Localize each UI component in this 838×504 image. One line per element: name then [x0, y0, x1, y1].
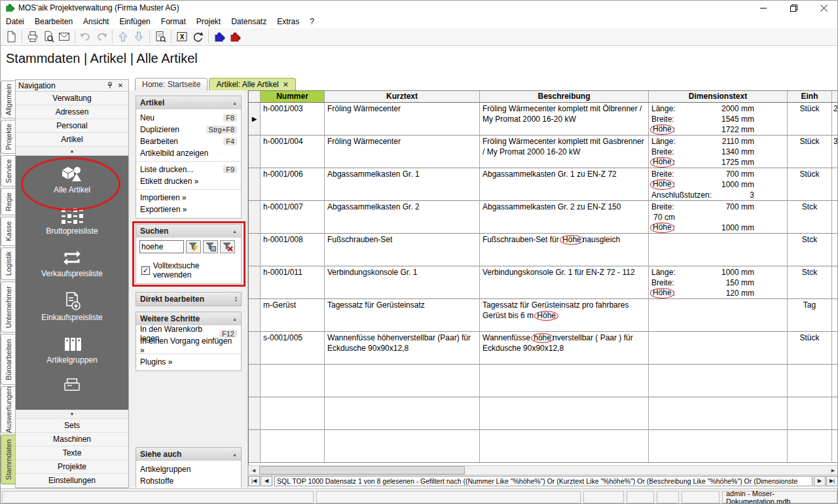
- filter-form-button[interactable]: [203, 240, 218, 253]
- menu-item-bearbeiten[interactable]: Bearbeiten: [29, 16, 78, 27]
- menu-item-extras[interactable]: Extras: [272, 16, 304, 27]
- command-plugins[interactable]: Plugins »: [136, 356, 241, 368]
- column-header-nummer[interactable]: Nummer: [261, 91, 325, 103]
- search-input[interactable]: [139, 240, 184, 253]
- collapse-icon[interactable]: ▲: [232, 101, 237, 105]
- link-artikelgruppen[interactable]: Artikelgruppen: [136, 463, 241, 475]
- refresh-icon[interactable]: [190, 29, 206, 44]
- column-header-dimensionstext[interactable]: Dimensionstext: [649, 91, 788, 103]
- minimize-button[interactable]: [748, 1, 778, 15]
- collapse-icon[interactable]: ▲: [232, 317, 237, 321]
- artikel-card-header[interactable]: Artikel ▲: [136, 96, 241, 109]
- nav-button-einstellungen[interactable]: Einstellungen: [16, 474, 128, 488]
- scroll-left-icon[interactable]: ◀: [249, 466, 259, 475]
- pin-icon[interactable]: [105, 81, 115, 90]
- row-selector[interactable]: [249, 168, 261, 201]
- row-selector[interactable]: [249, 135, 261, 168]
- nav-scroll-up[interactable]: ▲: [16, 147, 128, 156]
- close-button[interactable]: [809, 1, 838, 15]
- link-rohstoffe[interactable]: Rohstoffe: [136, 475, 241, 487]
- collapse-icon[interactable]: ▲: [232, 229, 237, 234]
- table-row[interactable]: h-0001/011Verbindungskonsole Gr. 1Verbin…: [249, 266, 838, 299]
- nav-item-bruttopreisliste[interactable]: Bruttopreisliste: [46, 207, 98, 236]
- scrollbar-thumb[interactable]: [259, 466, 465, 475]
- menu-item-?[interactable]: ?: [304, 16, 319, 27]
- menu-item-einfgen[interactable]: Einfügen: [114, 16, 155, 27]
- menu-item-ansicht[interactable]: Ansicht: [78, 16, 114, 27]
- link-umsätze[interactable]: Umsätze: [136, 487, 241, 488]
- next-record-button[interactable]: ▶: [814, 476, 826, 486]
- move-down-icon[interactable]: [131, 29, 147, 44]
- command-in-einen-vorgang-einfügen[interactable]: In einen Vorgang einfügen »: [136, 340, 241, 351]
- nav-button-personal[interactable]: Personal: [16, 119, 128, 133]
- module-tab-logistik[interactable]: Logistik: [1, 247, 15, 280]
- move-up-icon[interactable]: [115, 29, 131, 44]
- nav-item-einkaufspreisliste[interactable]: Einkaufspreisliste: [41, 291, 102, 322]
- scroll-right-icon[interactable]: ▶: [828, 466, 838, 475]
- menu-item-format[interactable]: Format: [156, 16, 191, 27]
- module-tab-büroarbeiten[interactable]: Büroarbeiten: [1, 334, 15, 385]
- row-selector[interactable]: [249, 299, 261, 332]
- previous-record-button[interactable]: ◀: [261, 476, 272, 486]
- nav-item-verkaufspreisliste[interactable]: Verkaufspreisliste: [41, 249, 103, 278]
- column-header-beschreibung[interactable]: Beschreibung: [480, 91, 649, 103]
- nav-button-maschinen[interactable]: Maschinen: [16, 433, 128, 446]
- print-preview-icon[interactable]: [41, 29, 56, 44]
- module-tab-allgemein[interactable]: Allgemein: [1, 81, 15, 118]
- nav-button-sets[interactable]: Sets: [16, 419, 128, 433]
- row-selector[interactable]: [249, 234, 261, 266]
- tab-artikel-alle-artikel[interactable]: Artikel: Alle Artikel ✕: [209, 78, 296, 90]
- menu-item-projekt[interactable]: Projekt: [191, 16, 226, 27]
- row-selector[interactable]: ▶: [249, 103, 261, 135]
- row-selector[interactable]: [249, 332, 261, 365]
- filter-remove-button[interactable]: [220, 240, 235, 253]
- module-tab-projekte[interactable]: Projekte: [1, 120, 15, 154]
- restore-button[interactable]: [778, 1, 809, 15]
- close-panel-icon[interactable]: ✕: [115, 81, 126, 90]
- row-selector[interactable]: [249, 201, 261, 234]
- plugin-red-icon[interactable]: [227, 29, 243, 44]
- command-duplizieren[interactable]: DuplizierenStrg+F8: [136, 124, 241, 135]
- horizontal-scrollbar[interactable]: ◀ ▶: [248, 465, 838, 475]
- nav-item-artikelgruppen[interactable]: Artikelgruppen: [46, 335, 97, 365]
- table-row[interactable]: h-0001/008Fußschrauben-SetFußschrauben-S…: [249, 234, 838, 266]
- table-row[interactable]: h-0001/006Abgassammelkasten Gr. 1Abgassa…: [249, 168, 838, 201]
- suchen-card-header[interactable]: Suchen ▲: [136, 225, 241, 238]
- email-icon[interactable]: [56, 29, 72, 44]
- nav-button-texte[interactable]: Texte: [16, 446, 128, 460]
- module-tab-service[interactable]: Service: [1, 155, 15, 187]
- nav-button-projekte[interactable]: Projekte: [16, 460, 128, 474]
- module-tab-auswertungen[interactable]: Auswertungen: [1, 386, 15, 433]
- nav-scroll-down[interactable]: ▼: [16, 410, 128, 419]
- direkt-bearbeiten-header[interactable]: Direkt bearbeiten ▴▾: [136, 293, 241, 306]
- first-record-button[interactable]: |◀: [248, 476, 260, 486]
- column-header-einh[interactable]: Einh: [788, 91, 832, 103]
- report-preview-icon[interactable]: [153, 29, 168, 44]
- table-row[interactable]: m-GerüstTagessatz für GerüsteinsatzTages…: [249, 299, 838, 332]
- command-etikett-drucken[interactable]: Etikett drucken »: [136, 175, 241, 187]
- table-row[interactable]: ▶h-0001/003Fröling WärmecenterFröling Wä…: [249, 103, 838, 135]
- last-record-button[interactable]: ▶|: [826, 476, 838, 486]
- nav-item-alle-artikel[interactable]: Alle Artikel: [54, 164, 90, 194]
- nav-button-verwaltung[interactable]: Verwaltung: [16, 92, 128, 105]
- command-liste-drucken[interactable]: Liste drucken...F9: [136, 164, 241, 175]
- table-row[interactable]: h-0001/007Abgassammelkasten Gr. 2Abgassa…: [249, 201, 838, 234]
- excel-export-icon[interactable]: X: [174, 29, 190, 44]
- plugin-blue-icon[interactable]: [211, 29, 227, 44]
- nav-button-adressen[interactable]: Adressen: [16, 105, 128, 119]
- filter-apply-button[interactable]: [186, 240, 201, 253]
- weitere-schritte-header[interactable]: Weitere Schritte ▲: [136, 312, 241, 325]
- print-icon[interactable]: [25, 29, 41, 44]
- command-bearbeiten[interactable]: BearbeitenF4: [136, 135, 241, 147]
- menu-item-datensatz[interactable]: Datensatz: [226, 16, 272, 27]
- nav-button-artikel[interactable]: Artikel: [16, 133, 128, 147]
- command-exportieren[interactable]: Exportieren »: [136, 204, 241, 215]
- collapse-icon[interactable]: ▲: [232, 452, 237, 457]
- new-document-icon[interactable]: [3, 29, 19, 44]
- expand-collapse-icon[interactable]: ▴▾: [235, 296, 237, 302]
- module-tab-regie[interactable]: Regie: [1, 188, 15, 215]
- command-artikelbild-anzeigen[interactable]: Artikelbild anzeigen: [136, 147, 241, 159]
- table-row[interactable]: s-0001/005Wannenfüsse höhenverstellbar (…: [249, 332, 838, 365]
- fulltext-checkbox[interactable]: ✓: [141, 266, 150, 275]
- undo-icon[interactable]: [78, 29, 94, 44]
